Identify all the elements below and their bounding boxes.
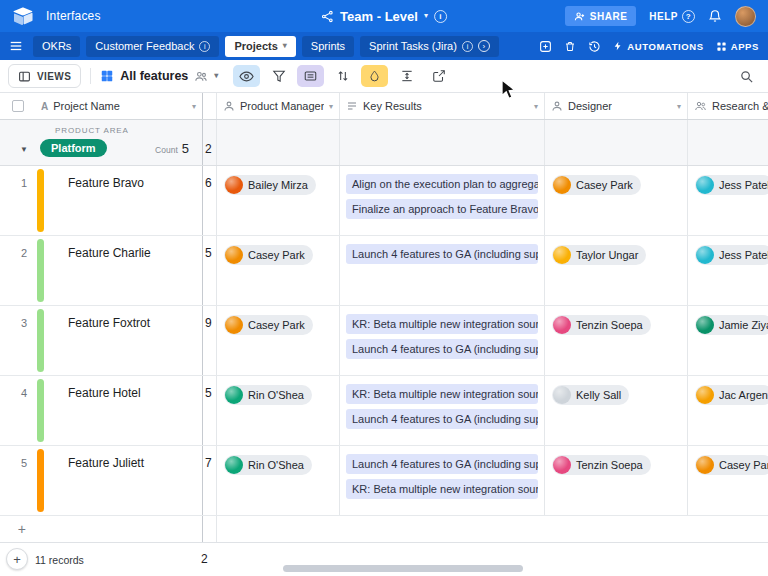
linked-record-pill: Launch 4 features to GA (including suppo (346, 454, 538, 474)
airtable-logo-icon[interactable] (12, 7, 34, 25)
horizontal-scrollbar[interactable] (283, 565, 523, 572)
cell-key-results[interactable]: Launch 4 features to GA (including suppo (340, 236, 545, 305)
row-handle[interactable]: 2 (0, 236, 35, 305)
cell-project-name[interactable]: Feature Foxtrot (35, 306, 203, 375)
tab-info-icon: i (199, 41, 210, 52)
cell-project-name[interactable]: Feature Bravo (35, 166, 203, 235)
column-caret-icon[interactable]: ▾ (192, 102, 196, 111)
cell-designer[interactable]: Casey Park (545, 166, 688, 235)
trash-icon[interactable] (564, 40, 576, 53)
cell-key-results[interactable]: Align on the execution plan to aggregate… (340, 166, 545, 235)
cell-project-name[interactable]: Feature Juliett (35, 446, 203, 515)
history-icon[interactable] (588, 40, 601, 53)
cell-research[interactable]: Jac Argent (688, 376, 768, 445)
row-handle[interactable]: 1 (0, 166, 35, 235)
avatar (696, 386, 714, 404)
group-collapse-toggle[interactable]: ▼ (0, 120, 35, 165)
column-header-research[interactable]: Research & In (688, 93, 768, 119)
row-number: 2 (21, 247, 27, 259)
tab-sprint-tasks[interactable]: Sprint Tasks (Jira) i › (360, 36, 499, 57)
select-all-cell[interactable] (0, 93, 35, 119)
avatar (553, 176, 571, 194)
row-color-bar (37, 169, 44, 232)
cell-project-name[interactable]: Feature Charlie (35, 236, 203, 305)
cell-product-manager[interactable]: Casey Park (217, 306, 340, 375)
select-all-checkbox[interactable] (12, 100, 24, 112)
cell-product-manager[interactable]: Rin O'Shea (217, 376, 340, 445)
table-row: 2 Feature Charlie 5 Casey Park Launch 4 … (0, 236, 768, 306)
cell-number[interactable]: 5 (203, 236, 217, 305)
cell-number[interactable]: 9 (203, 306, 217, 375)
cell-research[interactable]: Jess Patel (688, 166, 768, 235)
tab-customer-feedback[interactable]: Customer Feedback i (86, 36, 219, 57)
add-row-button[interactable]: + (0, 516, 35, 542)
menu-icon[interactable] (9, 39, 23, 53)
group-header-row: ▼ PRODUCT AREA Platform Count 5 2 (0, 120, 768, 166)
cell-designer[interactable]: Kelly Sall (545, 376, 688, 445)
color-button[interactable] (361, 65, 388, 87)
share-user-icon (574, 11, 585, 22)
cell-research[interactable]: Jess Patel (688, 236, 768, 305)
views-button[interactable]: VIEWS (8, 64, 81, 88)
cell-number[interactable]: 5 (203, 376, 217, 445)
cell-key-results[interactable]: Launch 4 features to GA (including suppo… (340, 446, 545, 515)
column-header-row: A Project Name ▾ Product Manager ▾ Key R… (0, 93, 768, 120)
title-caret-icon: ▾ (424, 12, 428, 20)
user-avatar[interactable] (735, 6, 756, 27)
cell-key-results[interactable]: KR: Beta multiple new integration source… (340, 306, 545, 375)
cell-research[interactable]: Jamie Ziya (688, 306, 768, 375)
tab-sprints[interactable]: Sprints (302, 36, 354, 57)
cell-number[interactable]: 7 (203, 446, 217, 515)
filter-button[interactable] (265, 65, 292, 87)
grid-footer: + 11 records 2 (0, 542, 768, 576)
column-header-project-name[interactable]: A Project Name ▾ (35, 93, 203, 119)
cell-project-name[interactable]: Feature Hotel (35, 376, 203, 445)
cell-product-manager[interactable]: Bailey Mirza (217, 166, 340, 235)
group-button[interactable] (297, 65, 324, 87)
collaborator-pill: Casey Park (552, 175, 641, 195)
column-caret-icon[interactable]: ▾ (534, 102, 538, 111)
row-color-bar (37, 309, 44, 372)
cell-designer[interactable]: Tenzin Soepa (545, 446, 688, 515)
bell-icon[interactable] (708, 9, 722, 23)
column-header-designer[interactable]: Designer ▾ (545, 93, 688, 119)
column-header-key-results[interactable]: Key Results ▾ (340, 93, 545, 119)
tab-projects[interactable]: Projects ▾ (225, 36, 295, 57)
title-info-icon[interactable]: i (434, 10, 447, 23)
avatar (553, 386, 571, 404)
share-button[interactable]: SHARE (565, 6, 637, 26)
sort-button[interactable] (329, 65, 356, 87)
help-button[interactable]: HELP ? (649, 10, 695, 23)
cell-key-results[interactable]: KR: Beta multiple new integration source… (340, 376, 545, 445)
column-header-hidden[interactable] (203, 93, 217, 119)
group-summary-cell: 2 (203, 120, 217, 165)
cell-number[interactable]: 6 (203, 166, 217, 235)
add-tab-icon[interactable] (539, 40, 552, 53)
app-title-group[interactable]: Team - Level ▾ i (321, 0, 447, 32)
column-header-product-manager[interactable]: Product Manager ▾ (217, 93, 340, 119)
search-icon[interactable] (739, 69, 760, 84)
avatar (553, 316, 571, 334)
column-caret-icon[interactable]: ▾ (677, 102, 681, 111)
tab-okrs[interactable]: OKRs (33, 36, 80, 57)
hide-fields-button[interactable] (233, 65, 260, 87)
apps-button[interactable]: APPS (716, 41, 759, 52)
row-color-bar (37, 379, 44, 442)
cell-designer[interactable]: Tenzin Soepa (545, 306, 688, 375)
group-value-pill[interactable]: Platform (40, 139, 107, 157)
row-handle[interactable]: 4 (0, 376, 35, 445)
row-handle[interactable]: 5 (0, 446, 35, 515)
share-view-button[interactable] (425, 65, 452, 87)
automations-button[interactable]: AUTOMATIONS (613, 40, 703, 52)
column-caret-icon[interactable]: ▾ (329, 102, 333, 111)
view-name-button[interactable]: All features ▾ (100, 69, 218, 83)
cell-product-manager[interactable]: Rin O'Shea (217, 446, 340, 515)
people-field-icon (694, 100, 707, 112)
row-height-button[interactable] (393, 65, 420, 87)
cell-product-manager[interactable]: Casey Park (217, 236, 340, 305)
table-row: 5 Feature Juliett 7 Rin O'Shea Launch 4 … (0, 446, 768, 516)
cell-designer[interactable]: Taylor Ungar (545, 236, 688, 305)
cell-research[interactable]: Casey Park (688, 446, 768, 515)
row-handle[interactable]: 3 (0, 306, 35, 375)
add-record-button[interactable]: + (6, 548, 28, 570)
